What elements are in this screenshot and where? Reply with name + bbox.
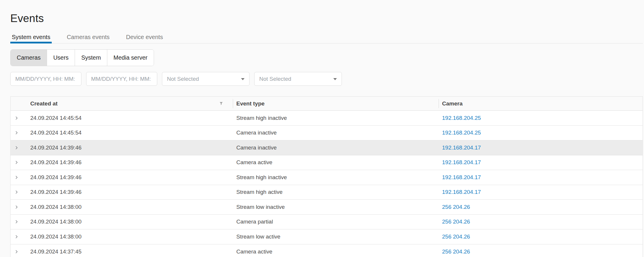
expand-row-button[interactable]	[11, 111, 22, 125]
row-event-type: Stream high inactive	[236, 115, 287, 121]
column-header-event-type-label: Event type	[236, 100, 265, 107]
camera-link[interactable]: 192.168.204.17	[442, 174, 481, 180]
filter-button-media-server[interactable]: Media server	[107, 50, 154, 66]
row-created-at: 24.09.2024 14:39:46	[30, 189, 81, 195]
row-event-type: Stream high active	[236, 189, 282, 195]
row-created-at: 24.09.2024 14:37:45	[30, 248, 81, 255]
chevron-down-icon	[241, 78, 245, 80]
expand-row-button[interactable]	[11, 126, 22, 140]
cell-camera: 192.168.204.17	[439, 189, 643, 195]
chevron-right-icon	[14, 175, 19, 180]
filter-button-users[interactable]: Users	[47, 50, 75, 66]
cell-camera: 192.168.204.17	[439, 159, 643, 166]
camera-link[interactable]: 192.168.204.25	[442, 115, 481, 121]
cell-created-at: 24.09.2024 14:39:46	[22, 174, 233, 181]
page-title: Events	[10, 12, 643, 25]
cell-camera: 192.168.204.25	[439, 130, 643, 136]
expand-row-button[interactable]	[11, 244, 22, 257]
chevron-right-icon	[14, 234, 19, 239]
cell-event-type: Camera inactive	[233, 130, 439, 136]
cell-created-at: 24.09.2024 14:38:00	[22, 204, 233, 210]
camera-link[interactable]: 256 204.26	[442, 234, 470, 240]
tab-cameras-events[interactable]: Cameras events	[65, 32, 111, 43]
cell-camera: 192.168.204.17	[439, 145, 643, 151]
cell-camera: 192.168.204.17	[439, 174, 643, 181]
filter-funnel-icon[interactable]	[219, 101, 223, 106]
cell-event-type: Stream low inactive	[233, 204, 439, 210]
tab-system-events[interactable]: System events	[10, 32, 52, 43]
cell-event-type: Stream high inactive	[233, 115, 439, 121]
row-created-at: 24.09.2024 14:39:46	[30, 174, 81, 180]
cell-created-at: 24.09.2024 14:45:54	[22, 130, 233, 136]
cell-created-at: 24.09.2024 14:37:45	[22, 248, 233, 255]
tab-bar: System events Cameras events Device even…	[10, 32, 643, 43]
chevron-right-icon	[14, 249, 19, 254]
chevron-right-icon	[14, 115, 19, 121]
date-from-input[interactable]	[10, 72, 81, 86]
chevron-right-icon	[14, 130, 19, 135]
chevron-down-icon	[333, 78, 337, 80]
column-header-created-at: Created at	[22, 97, 233, 110]
row-created-at: 24.09.2024 14:45:54	[30, 130, 81, 136]
cell-event-type: Camera partial	[233, 219, 439, 225]
cell-created-at: 24.09.2024 14:38:00	[22, 234, 233, 240]
row-event-type: Stream low active	[236, 234, 280, 240]
cell-created-at: 24.09.2024 14:39:46	[22, 145, 233, 151]
date-to-input[interactable]	[86, 72, 157, 86]
row-created-at: 24.09.2024 14:39:46	[30, 159, 81, 165]
cell-event-type: Stream high active	[233, 189, 439, 195]
cell-camera: 256 204.26	[439, 234, 643, 240]
filter-row: Not Selected Not Selected	[10, 72, 643, 86]
table-row: 24.09.2024 14:37:45 Camera active 256 20…	[11, 244, 643, 257]
camera-link[interactable]: 192.168.204.17	[442, 145, 481, 151]
chevron-right-icon	[14, 189, 19, 195]
cell-camera: 192.168.204.25	[439, 115, 643, 121]
cell-event-type: Stream high inactive	[233, 174, 439, 181]
table-row: 24.09.2024 14:39:46 Camera inactive 192.…	[11, 140, 643, 155]
cell-camera: 256 204.26	[439, 204, 643, 210]
column-header-camera: Camera	[439, 97, 643, 110]
row-created-at: 24.09.2024 14:38:00	[30, 204, 81, 210]
camera-link[interactable]: 256 204.26	[442, 248, 470, 255]
row-event-type: Camera inactive	[236, 145, 277, 151]
expand-row-button[interactable]	[11, 200, 22, 214]
cell-event-type: Camera active	[233, 248, 439, 255]
table-row: 24.09.2024 14:45:54 Stream high inactive…	[11, 111, 643, 126]
camera-link[interactable]: 192.168.204.17	[442, 189, 481, 195]
cell-created-at: 24.09.2024 14:39:46	[22, 159, 233, 166]
cell-camera: 256 204.26	[439, 248, 643, 255]
expand-row-button[interactable]	[11, 140, 22, 155]
camera-link[interactable]: 256 204.26	[442, 204, 470, 210]
camera-link[interactable]: 192.168.204.17	[442, 159, 481, 165]
column-header-expander	[11, 97, 22, 110]
camera-link[interactable]: 256 204.26	[442, 219, 470, 225]
tab-device-events[interactable]: Device events	[125, 32, 165, 43]
expand-row-button[interactable]	[11, 185, 22, 200]
events-page: Events System events Cameras events Devi…	[0, 0, 644, 257]
filter-button-cameras[interactable]: Cameras	[11, 50, 47, 66]
row-created-at: 24.09.2024 14:39:46	[30, 145, 81, 151]
expand-row-button[interactable]	[11, 215, 22, 229]
camera-select[interactable]: Not Selected	[254, 72, 342, 86]
table-row: 24.09.2024 14:38:00 Stream low active 25…	[11, 229, 643, 244]
row-created-at: 24.09.2024 14:38:00	[30, 234, 81, 240]
category-button-group: Cameras Users System Media server	[10, 49, 154, 66]
cell-created-at: 24.09.2024 14:45:54	[22, 115, 233, 121]
filter-button-system[interactable]: System	[75, 50, 107, 66]
event-type-select-value: Not Selected	[167, 76, 199, 82]
table-row: 24.09.2024 14:45:54 Camera inactive 192.…	[11, 126, 643, 141]
row-created-at: 24.09.2024 14:45:54	[30, 115, 81, 121]
table-body: 24.09.2024 14:45:54 Stream high inactive…	[11, 111, 643, 257]
table-row: 24.09.2024 14:39:46 Stream high active 1…	[11, 185, 643, 200]
expand-row-button[interactable]	[11, 229, 22, 244]
column-header-event-type: Event type	[233, 97, 439, 110]
expand-row-button[interactable]	[11, 155, 22, 170]
event-type-select[interactable]: Not Selected	[162, 72, 250, 86]
row-event-type: Stream high inactive	[236, 174, 287, 180]
cell-event-type: Camera inactive	[233, 145, 439, 151]
table-row: 24.09.2024 14:38:00 Camera partial 256 2…	[11, 215, 643, 230]
events-table: Created at Event type Camera 24.09.2024 …	[10, 96, 643, 257]
expand-row-button[interactable]	[11, 170, 22, 185]
camera-link[interactable]: 192.168.204.25	[442, 130, 481, 136]
chevron-right-icon	[14, 145, 19, 150]
